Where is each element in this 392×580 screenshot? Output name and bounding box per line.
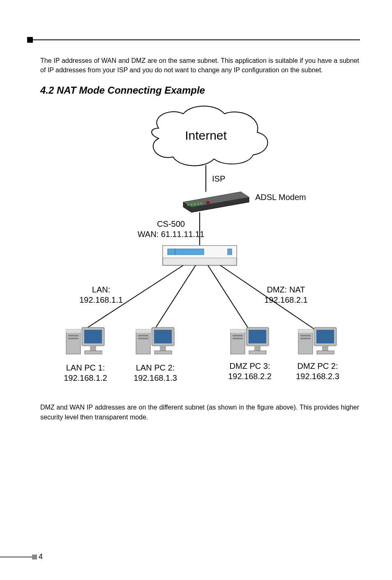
svg-rect-47: [322, 346, 328, 351]
svg-rect-18: [66, 329, 81, 333]
lan-label-line2: 192.168.1.1: [79, 295, 123, 304]
modem-label: ADSL Modem: [255, 193, 306, 202]
header-rule-marker: [27, 37, 33, 43]
lan-label-line1: LAN:: [92, 285, 110, 294]
svg-rect-39: [254, 346, 261, 351]
lan-pc2-icon: [136, 327, 174, 354]
router-model-label: CS-500: [157, 219, 185, 228]
svg-point-2: [191, 204, 192, 205]
svg-rect-26: [136, 329, 150, 333]
svg-rect-35: [233, 335, 243, 336]
svg-rect-17: [66, 329, 81, 354]
svg-rect-38: [249, 330, 266, 343]
svg-rect-27: [138, 335, 148, 336]
section-heading: 4.2 NAT Mode Connecting Example: [40, 85, 359, 96]
lan-pc2-label-line1: LAN PC 2:: [136, 363, 175, 372]
svg-rect-20: [68, 338, 78, 339]
svg-rect-28: [138, 338, 148, 339]
svg-rect-30: [154, 330, 172, 343]
svg-rect-42: [298, 329, 313, 333]
svg-rect-24: [85, 351, 102, 354]
internet-label: Internet: [185, 129, 227, 142]
dmz-label-line1: DMZ: NAT: [267, 285, 305, 294]
svg-rect-12: [228, 249, 232, 255]
page-number: 4: [39, 552, 43, 561]
svg-rect-40: [249, 351, 266, 354]
svg-rect-44: [300, 338, 311, 339]
svg-rect-32: [154, 351, 172, 354]
svg-rect-46: [316, 330, 334, 343]
svg-rect-33: [231, 329, 245, 354]
lan-pc2-label-line2: 192.168.1.3: [134, 373, 177, 382]
router-icon: [163, 246, 237, 265]
svg-rect-34: [231, 329, 245, 333]
closing-paragraph: DMZ and WAN IP addresses are on the diff…: [40, 403, 359, 421]
dmz-pc3-label-line1: DMZ PC 3:: [230, 361, 270, 371]
internet-cloud-icon: Internet: [152, 106, 267, 166]
router-wan-label: WAN: 61.11.11.11: [138, 230, 205, 239]
dmz-pc2-label-line2: 192.168.2.3: [296, 372, 339, 381]
svg-rect-6: [206, 201, 210, 204]
svg-rect-10: [168, 249, 175, 255]
dmz-pc2-label-line1: DMZ PC 2:: [297, 361, 338, 371]
dmz-pc2-icon: [298, 327, 337, 354]
svg-rect-22: [84, 330, 102, 343]
svg-rect-25: [136, 329, 150, 354]
network-diagram: Internet ISP ADSL Modem CS-500 WAN:: [44, 99, 356, 403]
svg-rect-43: [300, 335, 311, 336]
svg-rect-11: [175, 249, 204, 255]
page-number-rail: [0, 556, 33, 558]
svg-rect-48: [317, 351, 334, 354]
svg-point-1: [187, 204, 189, 206]
dmz-pc3-icon: [231, 327, 269, 354]
svg-line-15: [208, 265, 249, 329]
dmz-label-line2: 192.168.2.1: [264, 295, 308, 304]
lan-pc1-label-line2: 192.168.1.2: [64, 373, 107, 382]
svg-rect-36: [233, 338, 243, 339]
svg-rect-31: [160, 346, 166, 351]
lan-pc1-icon: [66, 327, 104, 354]
adsl-modem-icon: ADSL Modem: [183, 192, 306, 212]
svg-rect-19: [68, 335, 78, 336]
svg-point-4: [197, 203, 199, 205]
svg-line-14: [154, 265, 196, 329]
svg-rect-23: [90, 346, 96, 351]
intro-paragraph: The IP addresses of WAN and DMZ are on t…: [40, 56, 359, 75]
svg-rect-41: [298, 329, 313, 354]
main-content: The IP addresses of WAN and DMZ are on t…: [40, 56, 359, 432]
svg-point-3: [194, 203, 196, 205]
lan-pc1-label-line1: LAN PC 1:: [66, 363, 105, 372]
svg-point-5: [201, 203, 202, 204]
isp-label: ISP: [212, 174, 225, 183]
dmz-pc3-label-line2: 192.168.2.2: [228, 372, 272, 381]
